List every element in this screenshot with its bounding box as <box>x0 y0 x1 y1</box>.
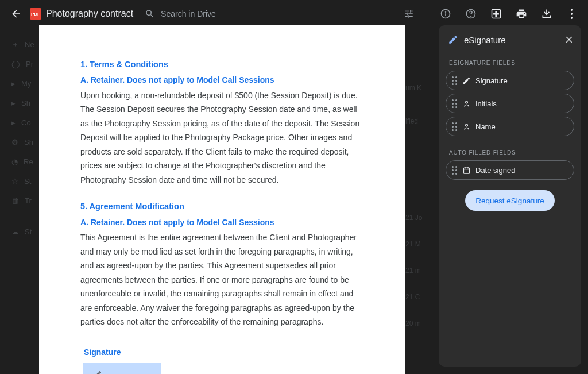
doc-paragraph-5: This Agreement is the entire agreement b… <box>80 230 363 329</box>
doc-subheading-1a: A. Retainer. Does not apply to Model Cal… <box>80 73 363 87</box>
signature-field-placeholder[interactable] <box>83 363 161 374</box>
signature-label: Signature <box>84 345 363 360</box>
doc-subheading-5a: A. Retainer. Does not apply to Model Cal… <box>80 215 363 230</box>
print-icon <box>516 8 527 20</box>
esignature-title: eSignature <box>464 35 564 45</box>
field-date-signed[interactable]: Date signed <box>446 160 574 180</box>
field-initials[interactable]: Initials <box>446 94 574 113</box>
back-button[interactable] <box>5 2 28 25</box>
person-icon <box>462 122 471 131</box>
background-right-column: um K ified 21 Jo 21 M 21 m 21 C 20 m <box>405 75 422 337</box>
pen-icon <box>462 76 471 85</box>
download-icon <box>541 8 552 20</box>
field-label: Signature <box>475 76 508 85</box>
document-title: Photography contract <box>46 9 133 19</box>
doc-heading-1: 1. Terms & Conditions <box>80 57 363 72</box>
esignature-fields-caption: ESIGNATURE FIELDS <box>446 55 574 71</box>
field-label: Name <box>475 122 496 131</box>
svg-point-5 <box>466 101 468 103</box>
esignature-panel-header: eSignature <box>439 25 581 55</box>
drag-handle-icon[interactable] <box>452 76 458 84</box>
svg-rect-7 <box>464 168 470 173</box>
calendar-icon <box>462 166 471 175</box>
add-box-icon <box>490 8 502 20</box>
download-button[interactable] <box>535 2 558 25</box>
doc-heading-5: 5. Agreement Modification <box>80 199 363 214</box>
close-icon[interactable] <box>564 34 574 45</box>
field-name[interactable]: Name <box>446 117 574 136</box>
esignature-panel: eSignature ESIGNATURE FIELDS Signature I… <box>439 25 581 367</box>
info-button[interactable] <box>434 2 457 25</box>
tune-button[interactable] <box>397 2 420 25</box>
field-signature[interactable]: Signature <box>446 71 574 90</box>
topbar: PDF Photography contract Search in Drive <box>0 0 588 28</box>
search-input[interactable]: Search in Drive <box>145 9 397 19</box>
autofilled-fields-caption: AUTO FILLED FIELDS <box>446 145 574 160</box>
divider <box>446 141 574 141</box>
search-icon <box>145 9 155 19</box>
svg-point-6 <box>466 124 468 126</box>
pdf-badge: PDF <box>30 8 41 20</box>
more-button[interactable] <box>560 2 583 25</box>
svg-point-4 <box>471 16 471 17</box>
tune-icon <box>404 9 414 19</box>
pen-icon <box>448 34 458 45</box>
more-vert-icon <box>571 9 573 19</box>
drag-handle-icon[interactable] <box>452 122 458 130</box>
drag-handle-icon[interactable] <box>452 166 458 174</box>
field-label: Date signed <box>475 166 515 175</box>
pdf-page: 1. Terms & Conditions A. Retainer. Does … <box>39 25 405 374</box>
drag-handle-icon[interactable] <box>452 99 458 107</box>
help-button[interactable] <box>459 2 482 25</box>
field-label: Initials <box>475 99 497 108</box>
add-to-drive-button[interactable] <box>485 2 508 25</box>
doc-paragraph-1: Upon booking, a non-refundable deposit o… <box>80 88 363 187</box>
pen-icon <box>93 370 102 374</box>
initials-icon <box>462 99 471 108</box>
print-button[interactable] <box>510 2 533 25</box>
search-placeholder: Search in Drive <box>161 9 216 18</box>
help-icon <box>465 8 477 20</box>
arrow-back-icon <box>10 8 22 20</box>
topbar-actions <box>397 2 583 25</box>
svg-point-2 <box>446 11 446 12</box>
request-esignature-button[interactable]: Request eSignature <box>465 190 554 211</box>
info-icon <box>440 8 451 20</box>
